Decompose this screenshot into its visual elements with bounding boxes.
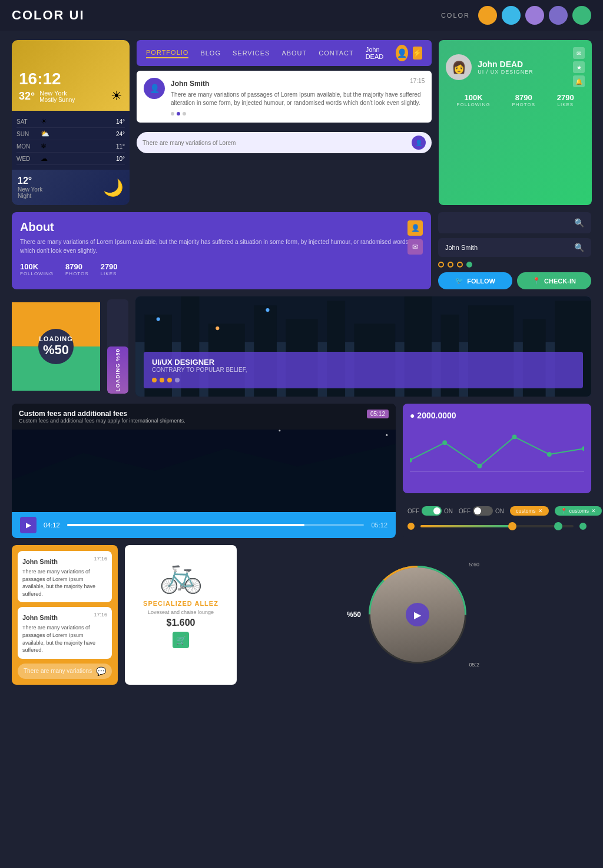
nav-portfolio[interactable]: PORTFOLIO xyxy=(146,48,188,58)
range-dot-start xyxy=(407,523,415,530)
svg-point-19 xyxy=(266,308,269,312)
weather-temp-sun: 24° xyxy=(116,131,125,137)
about-title: About xyxy=(20,220,423,234)
blog-author: John Smith xyxy=(171,80,209,88)
add-to-cart-button[interactable]: 🛒 xyxy=(173,632,189,648)
color-dot-purple-light[interactable] xyxy=(525,6,544,25)
jd-following-num: 100K xyxy=(457,93,491,102)
chart-value: ● 2000.0000 xyxy=(410,411,584,420)
pg-dot-2[interactable] xyxy=(448,262,453,268)
svg-point-24 xyxy=(279,430,280,431)
sl-dot-1[interactable] xyxy=(152,378,157,382)
search-icon-empty[interactable]: 🔍 xyxy=(574,218,584,227)
weather-row-sat: SAT ☀ 14° xyxy=(16,115,125,128)
slider-title: UI/UX DESIGNER xyxy=(152,358,575,367)
pg-dot-4[interactable] xyxy=(466,262,472,268)
nav-contact[interactable]: CONTACT xyxy=(319,48,353,58)
video-info: 05:12 Custom fees and additional fees Cu… xyxy=(12,404,396,430)
toggle-knob-2 xyxy=(474,507,481,514)
bar-loading-text: LOADING xyxy=(115,361,121,392)
about-following-num: 100K xyxy=(20,262,54,271)
search-bar-filled[interactable]: 🔍 xyxy=(438,238,591,257)
john-dead-header: 👩 John DEAD UI / UX DESIGNER ✉ ★ 🔔 xyxy=(446,47,585,87)
progress-bar[interactable] xyxy=(67,524,365,526)
chat-send-icon[interactable]: 💬 xyxy=(96,666,106,676)
chat-author-1: John Smith xyxy=(22,558,58,565)
chat-text-1: There are many variations of passages of… xyxy=(22,568,107,598)
about-card: 👤 ✉ About There are many variations of L… xyxy=(12,212,431,289)
weather-day-sat: SAT xyxy=(16,118,37,125)
john-dead-mail-icon[interactable]: ✉ xyxy=(573,47,585,59)
video-play-icon: ▶ xyxy=(414,609,421,621)
color-dot-orange[interactable] xyxy=(478,6,497,25)
checkin-button[interactable]: 📍 CHECK-IN xyxy=(517,272,591,289)
jd-likes-label: LIKES xyxy=(557,102,574,107)
nav-badge-icon[interactable]: ⚡ xyxy=(413,47,422,60)
row-4: 05:12 Custom fees and additional fees Cu… xyxy=(12,404,591,538)
cart-icon: 🛒 xyxy=(176,635,186,645)
toggle-switch-2[interactable] xyxy=(473,506,493,516)
nav-about[interactable]: ABOUT xyxy=(281,48,307,58)
weather-day-wed: WED xyxy=(16,156,37,162)
jd-following-label: FOLLOWING xyxy=(457,102,491,107)
chat-card: John Smith 17:16 There are many variatio… xyxy=(12,545,118,685)
pg-dot-1[interactable] xyxy=(438,262,444,268)
blog-send-avatar[interactable]: 👤 xyxy=(412,136,426,150)
video-player: 05:12 Custom fees and additional fees Cu… xyxy=(12,404,396,538)
blog-dot-3[interactable] xyxy=(183,112,186,115)
slider-background: UI/UX DESIGNER CONTRARY TO POPULAR BELIE… xyxy=(135,296,591,397)
blog-dot-2[interactable] xyxy=(177,112,180,115)
follow-button[interactable]: 🐦 FOLLOW xyxy=(438,272,512,289)
play-button[interactable]: ▶ xyxy=(20,517,37,533)
toggle-switch-1[interactable] xyxy=(422,506,442,516)
color-dot-purple[interactable] xyxy=(549,6,568,25)
range-thumb-1[interactable] xyxy=(508,522,516,530)
video-controls[interactable]: ▶ 04:12 05:12 xyxy=(12,512,396,538)
nav-bar[interactable]: PORTFOLIO BLOG SERVICES ABOUT CONTACT Jo… xyxy=(137,40,432,66)
sl-dot-2[interactable] xyxy=(160,378,164,382)
customs-badge-green[interactable]: 📍 customs ✕ xyxy=(555,506,602,516)
svg-point-18 xyxy=(216,326,219,330)
toggle-section: OFF ON OFF ON customs xyxy=(403,498,591,538)
chat-input-row[interactable]: There are many variations 💬 xyxy=(18,664,112,679)
about-mail-icon[interactable]: ✉ xyxy=(407,239,423,255)
video-circle: ▶ xyxy=(370,567,465,662)
about-photos-num: 8790 xyxy=(65,262,89,271)
john-dead-star-icon[interactable]: ★ xyxy=(573,61,585,73)
color-palette: COLOR xyxy=(441,6,591,25)
color-label: COLOR xyxy=(441,12,470,19)
blog-input[interactable] xyxy=(143,140,407,146)
about-person-icon[interactable]: 👤 xyxy=(407,220,423,236)
john-dead-bell-icon[interactable]: 🔔 xyxy=(573,75,585,87)
slider-dots xyxy=(152,378,575,382)
nav-blog[interactable]: BLOG xyxy=(200,48,221,58)
sl-dot-4[interactable] xyxy=(175,378,180,382)
svg-point-30 xyxy=(442,440,447,445)
video-circle-wrapper: ▶ 5:60 05:2 %50 xyxy=(370,567,465,662)
sl-dot-3[interactable] xyxy=(167,378,172,382)
range-thumb-2[interactable] xyxy=(554,522,562,530)
blog-input-row[interactable]: 👤 xyxy=(137,132,432,153)
pie-center-text: LOADING %50 xyxy=(39,335,73,358)
range-slider[interactable] xyxy=(407,519,587,533)
search-input[interactable] xyxy=(445,244,569,251)
customs-badge-orange[interactable]: customs ✕ xyxy=(510,506,549,516)
search-submit-icon[interactable]: 🔍 xyxy=(574,243,584,252)
about-stat-following: 100K FOLLOWING xyxy=(20,262,54,276)
total-time: 05:12 xyxy=(371,522,387,529)
arc-label-bottom: 05:2 xyxy=(469,662,479,668)
progress-fill xyxy=(67,524,305,526)
blog-card: 👤 John Smith 17:15 There are many variat… xyxy=(137,71,432,123)
video-header: 05:12 Custom fees and additional fees Cu… xyxy=(19,410,389,424)
pg-dot-3[interactable] xyxy=(457,262,463,268)
product-card: 🚲 SPECIALIZED ALLEZ Loveseat and chaise … xyxy=(125,545,237,685)
nav-services[interactable]: SERVICES xyxy=(233,48,270,58)
video-thumbnail[interactable] xyxy=(12,430,396,512)
top-bar: COLOR UI COLOR xyxy=(0,0,603,31)
weather-temp-city: 32° New York Mostly Sunny ☀ xyxy=(19,88,122,104)
blog-dot-1[interactable] xyxy=(171,112,174,115)
video-subtitle: Custom fees and additional fees may appl… xyxy=(19,418,389,424)
color-dot-green[interactable] xyxy=(572,6,591,25)
color-dot-blue[interactable] xyxy=(502,6,521,25)
range-track[interactable] xyxy=(420,525,574,527)
